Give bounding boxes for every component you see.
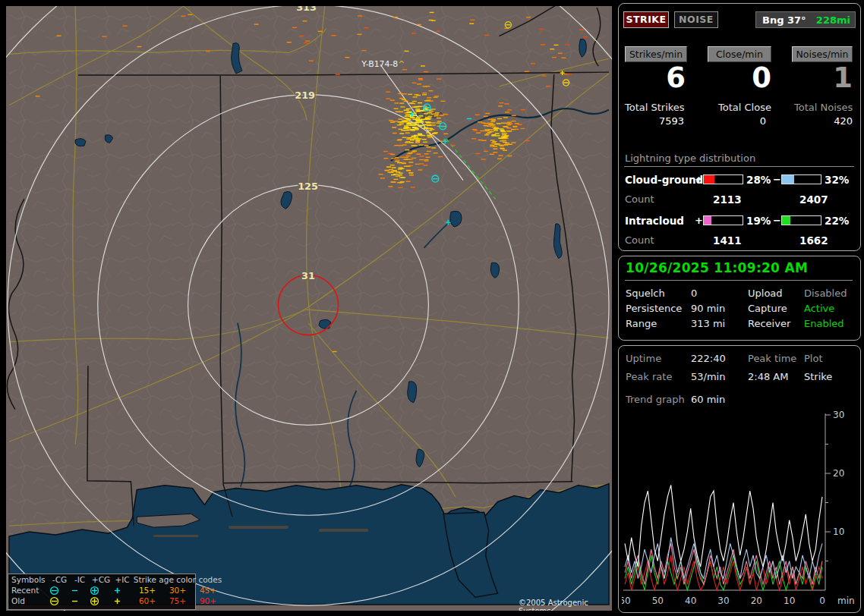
ic-plus-bar — [703, 215, 743, 225]
age-code-30: 30+ — [162, 585, 193, 596]
range-label: Range — [626, 316, 657, 332]
cg-plus-pct: 28% — [746, 174, 771, 186]
ic-count-label: Count — [625, 234, 654, 246]
divider — [624, 166, 854, 167]
persistence-label: Persistence — [626, 301, 682, 316]
range-value: 228mi — [816, 13, 850, 27]
svg-text:313: 313 — [296, 6, 317, 13]
svg-text:40: 40 — [685, 596, 696, 606]
datetime-display: 10/26/2025 11:09:20 AM — [626, 260, 808, 275]
svg-text:50: 50 — [652, 596, 664, 606]
receiver-label: Receiver — [748, 316, 790, 332]
strikes-per-min-label[interactable]: Strikes/min — [625, 46, 687, 62]
svg-text:20: 20 — [751, 596, 762, 606]
total-strikes-value: 7593 — [625, 115, 684, 127]
squelch-value: 0 — [691, 286, 697, 301]
legend-recent-row: Recent 15+ 30+ 45+ — [8, 585, 195, 596]
cg-minus-bar — [781, 174, 821, 184]
trend-graph-value: 60 min — [691, 392, 725, 407]
lightning-map[interactable]: 313 219 125 31 Y-B174-8^ G-5108^ Symbols… — [6, 6, 612, 611]
ic-plus-old-icon — [112, 596, 132, 606]
legend-header-row: Symbols -CG -IC +CG +IC Strike age color… — [8, 574, 195, 585]
ic-plus-count: 1411 — [713, 234, 742, 247]
svg-text:30: 30 — [833, 410, 844, 420]
cg-minus-recent-icon — [49, 586, 70, 596]
total-strikes-label: Total Strikes — [625, 102, 685, 113]
legend-col-ic-minus: -IC — [70, 574, 90, 585]
bearing-range-display: Bng 37° 228mi — [755, 11, 856, 28]
svg-text:10: 10 — [784, 596, 795, 606]
legend-old-row: Old 60+ 75+ 90+ — [8, 596, 195, 606]
total-noises-value: 420 — [794, 115, 853, 127]
ic-plus-recent-icon — [112, 586, 132, 596]
legend-old-label: Old — [11, 596, 49, 606]
storm-label-primary: Y-B174-8^ — [361, 59, 405, 69]
ic-minus-old-icon — [70, 596, 90, 606]
plus-sign: + — [695, 215, 703, 226]
legend-age-header: Strike age color codes — [132, 574, 223, 585]
divider — [625, 280, 853, 281]
svg-text:219: 219 — [295, 90, 315, 101]
cg-plus-old-icon — [90, 596, 112, 606]
ic-minus-pct: 22% — [825, 215, 849, 227]
svg-text:20: 20 — [833, 468, 844, 479]
intracloud-label: Intracloud — [625, 215, 684, 227]
svg-text:min: min — [837, 596, 855, 606]
peak-time-value: 2:48 AM — [748, 369, 788, 385]
age-code-60: 60+ — [132, 596, 162, 606]
close-per-min-label[interactable]: Close/min — [708, 46, 771, 62]
trend-graph: 1020306050403020100min — [622, 410, 856, 608]
svg-text:31: 31 — [301, 270, 315, 281]
bearing-value: Bng 37° — [762, 13, 806, 27]
persistence-value: 90 min — [691, 301, 725, 316]
close-per-min-value: 0 — [708, 61, 771, 94]
symbol-legend: Symbols -CG -IC +CG +IC Strike age color… — [8, 574, 196, 610]
ic-minus-recent-icon — [70, 586, 90, 596]
map-canvas: 313 219 125 31 Y-B174-8^ G-5108^ — [6, 6, 612, 611]
range-value: 313 mi — [691, 316, 725, 332]
cg-minus-count: 2407 — [799, 193, 828, 206]
ic-minus-bar — [781, 215, 821, 225]
cg-plus-bar — [703, 174, 743, 184]
age-code-90: 90+ — [193, 596, 223, 606]
ic-plus-pct: 19% — [746, 215, 771, 227]
plot-label: Plot — [804, 351, 823, 366]
cg-minus-pct: 32% — [825, 174, 849, 186]
noises-per-min-label[interactable]: Noises/min — [792, 46, 853, 62]
cg-plus-count: 2113 — [713, 193, 742, 206]
distribution-title: Lightning type distribution — [625, 152, 755, 164]
svg-text:125: 125 — [298, 181, 318, 192]
svg-text:10: 10 — [833, 526, 844, 537]
squelch-label: Squelch — [626, 286, 665, 301]
plot-mode-value: Strike — [804, 369, 832, 385]
minus-sign: − — [773, 215, 781, 226]
noise-tab-button[interactable]: NOISE — [674, 11, 718, 28]
capture-status: Active — [804, 301, 834, 316]
cg-count-label: Count — [625, 193, 654, 205]
total-close-label: Total Close — [718, 102, 771, 113]
age-code-75: 75+ — [162, 596, 193, 606]
peak-rate-label: Peak rate — [626, 369, 672, 385]
receiver-status: Enabled — [804, 316, 844, 332]
total-close-value: 0 — [718, 115, 766, 127]
peak-rate-value: 53/min — [691, 369, 725, 385]
cg-minus-old-icon — [49, 596, 70, 606]
trend-graph-label: Trend graph — [626, 392, 685, 407]
upload-label: Upload — [748, 286, 783, 301]
peak-time-label: Peak time — [748, 351, 796, 366]
legend-recent-label: Recent — [11, 585, 49, 596]
strike-stats-panel: STRIKE NOISE Bng 37° 228mi Strikes/min C… — [618, 3, 861, 251]
noises-per-min-value: 1 — [789, 61, 853, 94]
capture-label: Capture — [748, 301, 787, 316]
legend-col-ic-plus: +IC — [112, 574, 132, 585]
svg-text:0: 0 — [819, 596, 825, 606]
status-panel: 10/26/2025 11:09:20 AM Squelch 0 Upload … — [618, 256, 861, 341]
uptime-value: 222:40 — [691, 351, 726, 366]
strike-tab-button[interactable]: STRIKE — [623, 11, 669, 28]
cloud-ground-label: Cloud-ground — [625, 174, 703, 186]
legend-col-cg-minus: -CG — [49, 574, 70, 585]
age-code-15: 15+ — [132, 585, 162, 596]
uptime-label: Uptime — [626, 351, 661, 366]
ic-minus-count: 1662 — [799, 234, 828, 247]
trend-panel: Uptime 222:40 Peak time Plot Peak rate 5… — [618, 345, 861, 613]
